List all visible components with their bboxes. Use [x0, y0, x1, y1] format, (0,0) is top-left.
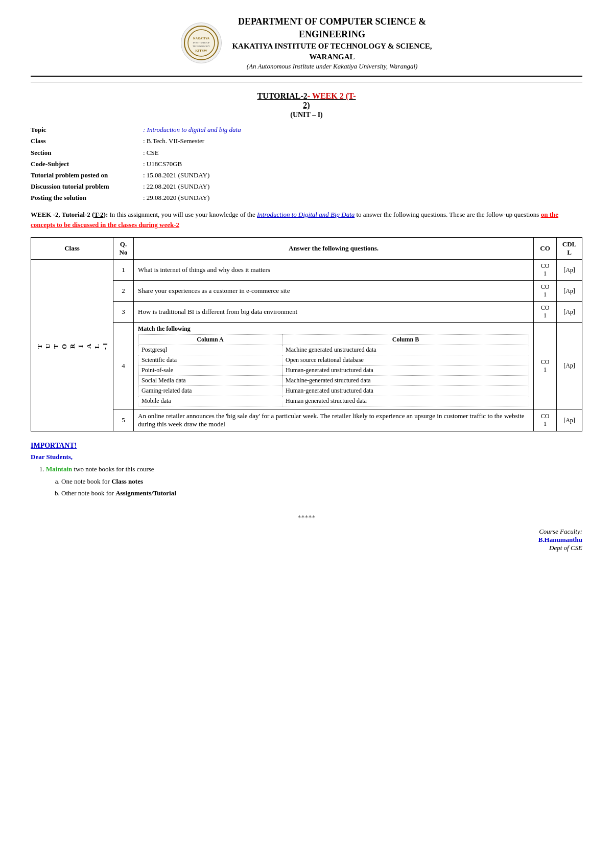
info-topic: Topic : Introduction to digital and big … — [31, 124, 582, 135]
table-row: 4 Match the following Column A Column B … — [31, 323, 582, 409]
match-row: Social Media data Machine-generated stru… — [138, 376, 529, 386]
tutorial-part2: - WEEK 2 (T- — [308, 92, 356, 100]
match-b: Machine-generated structured data — [282, 376, 529, 386]
co-5: CO1 — [534, 409, 557, 431]
dept-name: DEPARTMENT OF COMPUTER SCIENCE & ENGINEE… — [232, 15, 432, 41]
svg-text:KAKATIYA: KAKATIYA — [193, 37, 210, 40]
faculty-label: Course Faculty: — [31, 528, 582, 536]
assignments-label: Assignments/Tutorial — [115, 489, 176, 497]
table-row: TUTORIAL-1 1 What is internet of things … — [31, 260, 582, 281]
info-posting: Posting the solution : 29.08.2020 (SUNDA… — [31, 192, 582, 203]
maintain-word: Maintain — [46, 465, 72, 473]
info-code: Code-Subject : U18CS70GB — [31, 158, 582, 170]
tutorial-unit: (UNIT – I) — [31, 111, 582, 119]
tutorial-title-line: TUTORIAL-2- WEEK 2 (T- — [31, 92, 582, 101]
col-a-header: Column A — [138, 335, 282, 345]
co-3: CO1 — [534, 302, 557, 323]
match-header-row: Column A Column B — [138, 335, 529, 345]
institute-line1: KAKATIYA INSTITUTE OF TECHNOLOGY & SCIEN… — [232, 42, 432, 50]
intro-italic: Introduction to Digital and Big Data — [257, 211, 355, 218]
posted-label: Tutorial problem posted on — [31, 170, 143, 181]
info-discussion: Discussion tutorial problem : 22.08.2021… — [31, 181, 582, 192]
dept-line2: ENGINEERING — [299, 29, 365, 39]
question-5: An online retailer announces the 'big sa… — [134, 409, 534, 431]
question-3: How is traditional BI is different from … — [134, 302, 534, 323]
posting-label: Posting the solution — [31, 192, 143, 203]
code-label: Code-Subject — [31, 158, 143, 170]
match-row: Postgresql Machine generated unstructure… — [138, 345, 529, 355]
match-a: Social Media data — [138, 376, 282, 386]
svg-text:TECHNOLOGY: TECHNOLOGY — [193, 45, 210, 48]
faculty-section: Course Faculty: B.Hanumanthu Dept of CSE — [31, 528, 582, 552]
section-label: Section — [31, 147, 143, 158]
match-a: Mobile data — [138, 396, 282, 406]
header-divider — [31, 76, 582, 77]
info-posted: Tutorial problem posted on : 15.08.2021 … — [31, 170, 582, 181]
table-row: 2 Share your experiences as a customer i… — [31, 281, 582, 302]
info-class: Class : B.Tech. VII-Semester — [31, 135, 582, 147]
match-row: Mobile data Human generated structured d… — [138, 396, 529, 406]
important-section: IMPORTANT! Dear Students, Maintain two n… — [31, 442, 582, 499]
qno-4: 4 — [113, 323, 134, 409]
cdbl-3: [Ap] — [557, 302, 582, 323]
page-header: KAKATIYA INSTITUTE OF TECHNOLOGY KITSW D… — [31, 15, 582, 71]
important-title: IMPORTANT! — [31, 442, 582, 450]
match-title: Match the following — [138, 325, 529, 333]
discussion-value: : 22.08.2021 (SUNDAY) — [143, 181, 209, 192]
match-b: Human generated structured data — [282, 396, 529, 406]
question-4-match: Match the following Column A Column B Po… — [134, 323, 534, 409]
sub-list-item-b: Other note book for Assignments/Tutorial — [61, 487, 582, 499]
questions-table: Class Q. No Answer the following questio… — [31, 237, 582, 431]
dear-students: Dear Students, — [31, 453, 582, 461]
topic-value: Introduction to digital and big data — [147, 126, 241, 133]
discussion-label: Discussion tutorial problem — [31, 181, 143, 192]
question-2: Share your experiences as a customer in … — [134, 281, 534, 302]
header-text-block: DEPARTMENT OF COMPUTER SCIENCE & ENGINEE… — [232, 15, 432, 71]
cdbl-2: [Ap] — [557, 281, 582, 302]
match-a: Gaming-related data — [138, 386, 282, 396]
match-row: Gaming-related data Human-generated unst… — [138, 386, 529, 396]
co-1: CO1 — [534, 260, 557, 281]
col-answer: Answer the following questions. — [134, 238, 534, 260]
match-b: Machine generated unstructured data — [282, 345, 529, 355]
important-list: Maintain two note books for this course … — [46, 463, 582, 499]
match-row: Point-of-sale Human-generated unstructur… — [138, 366, 529, 376]
qno-2: 2 — [113, 281, 134, 302]
tutorial-title-block: TUTORIAL-2- WEEK 2 (T- 2) (UNIT – I) — [31, 92, 582, 119]
tutorial-part1: TUTORIAL-2 — [257, 92, 307, 100]
info-section: Section : CSE — [31, 147, 582, 158]
cdbl-4: [Ap] — [557, 323, 582, 409]
col-co: CO — [534, 238, 557, 260]
question-1: What is internet of things and why does … — [134, 260, 534, 281]
match-a: Scientific data — [138, 355, 282, 366]
institute-logo: KAKATIYA INSTITUTE OF TECHNOLOGY KITSW — [181, 22, 222, 63]
qno-5: 5 — [113, 409, 134, 431]
tutorial-num: 2) — [303, 101, 310, 109]
table-row: 3 How is traditional BI is different fro… — [31, 302, 582, 323]
important-list-item: Maintain two note books for this course … — [46, 463, 582, 499]
table-row: 5 An online retailer announces the 'big … — [31, 409, 582, 431]
match-b: Human-generated unstructured data — [282, 366, 529, 376]
svg-text:INSTITUTE OF: INSTITUTE OF — [193, 41, 210, 44]
intro-paragraph: WEEK -2, Tutorial-2 (T-2): In this assig… — [31, 210, 582, 230]
faculty-name: B.Hanumanthu — [31, 536, 582, 544]
class-label: Class — [31, 135, 143, 147]
header-divider2 — [31, 82, 582, 82]
co-2: CO1 — [534, 281, 557, 302]
class-cell: TUTORIAL-1 — [31, 260, 113, 431]
stars-divider: ***** — [31, 514, 582, 522]
qno-3: 3 — [113, 302, 134, 323]
section-value: : CSE — [143, 147, 159, 158]
sub-list: One note book for Class notes Other note… — [61, 475, 582, 499]
posted-value: : 15.08.2021 (SUNDAY) — [143, 170, 209, 181]
class-notes-label: Class notes — [111, 477, 143, 485]
match-table: Column A Column B Postgresql Machine gen… — [138, 334, 529, 406]
institute-line2: WARANGAL — [309, 53, 355, 61]
match-b: Human-generated unstructured data — [282, 386, 529, 396]
co-4: CO1 — [534, 323, 557, 409]
col-cdbl: CDL L — [557, 238, 582, 260]
faculty-dept: Dept of CSE — [31, 544, 582, 552]
intro-prefix: WEEK -2, Tutorial-2 (T-2): — [31, 211, 108, 218]
topic-colon: : Introduction to digital and big data — [143, 124, 241, 135]
col-qno: Q. No — [113, 238, 134, 260]
